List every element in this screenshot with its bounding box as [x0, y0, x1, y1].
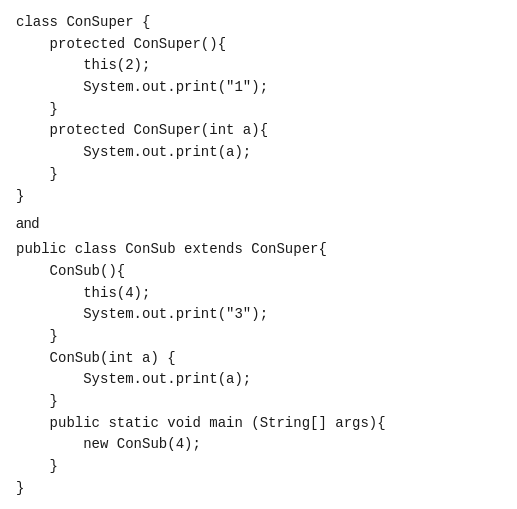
- separator-text: and: [16, 215, 501, 231]
- code-block-1: class ConSuper { protected ConSuper(){ t…: [16, 12, 501, 207]
- code-block-2: public class ConSub extends ConSuper{ Co…: [16, 239, 501, 499]
